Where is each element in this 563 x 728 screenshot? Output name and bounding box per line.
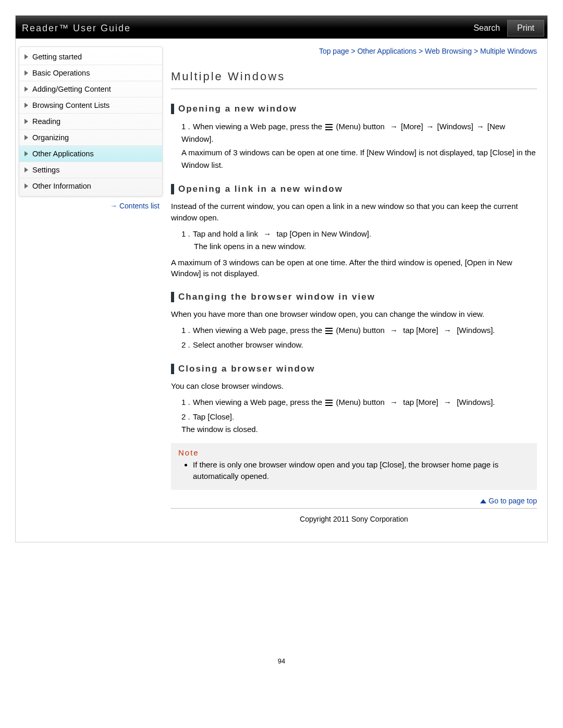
breadcrumb-web-browsing[interactable]: Web Browsing [425, 47, 472, 55]
arrow-icon: → [444, 396, 451, 409]
step: 1 .When viewing a Web page, press the (M… [181, 324, 537, 337]
section-closing-window: Closing a browser window [171, 364, 537, 374]
arrow-icon: → [476, 120, 484, 133]
sidebar-nav: Getting started Basic Operations Adding/… [19, 46, 163, 196]
menu-icon [324, 399, 334, 406]
intro-text: When you have more than one browser wind… [171, 309, 537, 320]
goto-top-link[interactable]: Go to page top [480, 497, 537, 505]
nav-label: Basic Operations [32, 69, 90, 77]
after-text: A maximum of 3 windows can be open at on… [171, 257, 537, 280]
chevron-right-icon [25, 135, 28, 140]
note-item: If there is only one browser window open… [193, 459, 530, 483]
header-bar: Reader™ User Guide Search Print [16, 16, 547, 39]
arrow-right-icon: → [110, 202, 117, 210]
app-title: Reader™ User Guide [22, 23, 131, 34]
nav-settings[interactable]: Settings [19, 162, 162, 178]
nav-label: Getting started [32, 53, 82, 61]
nav-label: Adding/Getting Content [32, 85, 111, 93]
breadcrumb-other-apps[interactable]: Other Applications [357, 47, 417, 55]
nav-basic-operations[interactable]: Basic Operations [19, 65, 162, 81]
chevron-right-icon [25, 87, 28, 92]
nav-label: Other Applications [32, 150, 94, 158]
breadcrumb-top[interactable]: Top page [319, 47, 349, 55]
nav-browsing-lists[interactable]: Browsing Content Lists [19, 97, 162, 114]
chevron-right-icon [25, 183, 28, 189]
nav-label: Other Information [32, 182, 91, 190]
menu-icon [324, 124, 334, 131]
step-note: A maximum of 3 windows can be open at on… [181, 146, 537, 171]
nav-other-applications[interactable]: Other Applications [19, 146, 162, 162]
arrow-icon: → [390, 324, 398, 337]
nav-reading[interactable]: Reading [19, 114, 162, 130]
copyright: Copyright 2011 Sony Corporation [171, 509, 537, 529]
nav-getting-started[interactable]: Getting started [19, 49, 162, 65]
chevron-right-icon [25, 119, 28, 124]
arrow-icon: → [390, 396, 398, 409]
section-opening-new-window: Opening a new window [171, 104, 537, 114]
triangle-up-icon [480, 499, 486, 503]
search-button[interactable]: Search [466, 23, 507, 33]
print-button[interactable]: Print [507, 20, 544, 36]
arrow-icon: → [263, 228, 271, 240]
arrow-icon: → [390, 120, 398, 133]
intro-text: You can close browser windows. [171, 380, 537, 392]
note-label: Note [178, 448, 530, 457]
section-changing-window: Changing the browser window in view [171, 292, 537, 302]
arrow-icon: → [444, 324, 451, 337]
nav-adding-content[interactable]: Adding/Getting Content [19, 81, 162, 97]
chevron-right-icon [25, 70, 28, 76]
page-number: 94 [15, 657, 548, 665]
step-sub: The window is closed. [181, 423, 537, 436]
intro-text: Instead of the current window, you can o… [171, 201, 537, 224]
breadcrumb: Top page > Other Applications > Web Brow… [171, 47, 537, 55]
contents-list-label: Contents list [119, 202, 160, 210]
chevron-right-icon [25, 54, 28, 59]
chevron-right-icon [25, 167, 28, 172]
chevron-right-icon [25, 151, 28, 156]
nav-label: Reading [32, 117, 60, 126]
note-box: Note If there is only one browser window… [171, 443, 537, 490]
section-opening-link: Opening a link in a new window [171, 184, 537, 194]
nav-label: Settings [32, 166, 59, 174]
breadcrumb-current[interactable]: Multiple Windows [480, 47, 537, 55]
chevron-right-icon [25, 103, 28, 108]
menu-icon [324, 327, 334, 335]
step: 1 .When viewing a Web page, press the (M… [181, 120, 537, 171]
step: 1 .Tap and hold a link → tap [Open in Ne… [181, 228, 537, 253]
arrow-icon: → [426, 120, 434, 133]
nav-label: Browsing Content Lists [32, 101, 109, 109]
step-sub: The link opens in a new window. [181, 240, 537, 253]
step: 1 .When viewing a Web page, press the (M… [181, 396, 537, 409]
nav-label: Organizing [32, 133, 69, 142]
step: 2 .Select another browser window. [181, 339, 537, 351]
nav-other-information[interactable]: Other Information [19, 178, 162, 194]
step: 2 .Tap [Close]. The window is closed. [181, 411, 537, 436]
contents-list-link[interactable]: →Contents list [19, 202, 160, 210]
page-title: Multiple Windows [171, 70, 537, 89]
nav-organizing[interactable]: Organizing [19, 130, 162, 146]
